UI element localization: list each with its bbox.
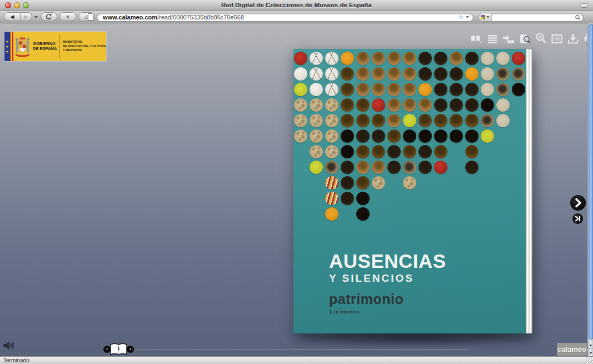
publication-cover[interactable]: AUSENCIAS Y SILENCIOS patrimonio en feme… [293, 49, 532, 333]
page-indicator[interactable]: 1 [109, 342, 128, 356]
history-dropdown-icon[interactable] [34, 16, 38, 18]
viewer-toolbar [470, 33, 587, 44]
cover-dot [465, 145, 479, 158]
cover-dot [310, 145, 323, 158]
scroll-up-button[interactable]: ▲ [588, 341, 593, 348]
cover-dot [387, 98, 401, 112]
zoom-in-icon[interactable] [535, 33, 547, 44]
search-engine-chip[interactable] [479, 13, 492, 21]
toolbar-toggle-button[interactable] [580, 3, 589, 8]
cover-dot [372, 176, 385, 190]
google-search-input[interactable] [492, 14, 575, 21]
cover-dot [325, 207, 338, 221]
cover-dot [372, 114, 385, 127]
cover-dot [356, 145, 370, 158]
cover-dot [356, 98, 370, 112]
cover-subtitle: Y SILENCIOS [329, 271, 446, 286]
cover-dot [512, 83, 525, 96]
cover-dot [465, 67, 479, 81]
cover-dot [387, 52, 401, 65]
fullscreen-icon[interactable] [551, 33, 563, 44]
bookmark-control[interactable]: ☆ [458, 14, 470, 20]
page-proxy-icon[interactable] [88, 13, 94, 21]
back-button[interactable]: ◀ [4, 12, 21, 21]
download-icon[interactable] [567, 33, 579, 44]
google-search-field[interactable] [479, 13, 584, 22]
cover-dot [418, 145, 432, 158]
vertical-scrollbar[interactable]: ▲ ▼ [587, 23, 593, 356]
cover-dot [434, 98, 447, 112]
search-engine-dropdown-icon[interactable] [486, 16, 490, 18]
cover-dot [450, 129, 463, 143]
cover-dot [403, 67, 416, 81]
search-magnifier-icon [575, 14, 580, 21]
share-icon[interactable] [502, 33, 515, 44]
cover-dot [512, 52, 525, 65]
resize-grip[interactable] [586, 357, 593, 364]
bookmark-dropdown-icon[interactable] [466, 16, 469, 18]
cover-brand: patrimonio [329, 292, 446, 306]
cover-dot [310, 161, 323, 174]
cover-dot [341, 98, 354, 112]
cover-dot [325, 145, 338, 158]
url-host: www.calameo.com [103, 14, 157, 21]
cover-dot [403, 98, 416, 112]
view-mode-icon[interactable] [470, 33, 482, 44]
cover-dot [481, 129, 494, 143]
cover-dot [294, 98, 307, 112]
stop-button[interactable]: × [59, 12, 76, 21]
volume-button[interactable] [2, 339, 16, 355]
cover-dot [496, 83, 510, 96]
cover-dot [341, 192, 354, 205]
cover-dot [310, 129, 323, 143]
browser-toolbar: ◀ ▶ × ⌂ www.calameo.com/read/000075335b8… [0, 11, 593, 23]
cover-title-block: AUSENCIAS Y SILENCIOS patrimonio en feme… [329, 251, 446, 316]
table-of-contents-icon[interactable] [486, 33, 499, 44]
gobierno-espana-logo[interactable]: ★★★ GOBIERNO DE E [4, 32, 106, 61]
scroll-down-button[interactable]: ▼ [588, 348, 593, 356]
cover-dot [434, 52, 447, 65]
next-page-mini-button[interactable]: › [127, 346, 134, 353]
forward-button[interactable]: ▶ [21, 12, 32, 21]
cover-dot [512, 67, 525, 81]
cover-dot [403, 52, 416, 65]
cover-dot [418, 98, 432, 112]
cover-dot [434, 114, 447, 127]
ministerio-text: MINISTERIO DE EDUCACIÓN, CULTURA Y DEPOR… [60, 32, 106, 61]
cover-dot [310, 114, 323, 127]
reload-button[interactable] [41, 12, 57, 21]
last-page-button[interactable] [572, 213, 583, 224]
cover-dot [418, 114, 432, 127]
cover-title: AUSENCIAS [329, 251, 446, 271]
calameo-badge[interactable]: calaméo [557, 343, 587, 356]
search-icon[interactable] [519, 33, 531, 44]
cover-dot [356, 67, 370, 81]
cover-dot [418, 83, 432, 96]
coat-of-arms-icon [13, 32, 32, 61]
cover-dot [481, 114, 494, 127]
cover-dot [356, 114, 370, 127]
cover-dot [310, 98, 323, 112]
cover-dot [418, 67, 432, 81]
cover-dot [434, 145, 447, 158]
cover-dot [496, 52, 510, 65]
cover-dot [372, 83, 385, 96]
cover-dot [372, 98, 385, 112]
bookmark-star-icon[interactable]: ☆ [458, 14, 464, 20]
cover-dot [372, 52, 385, 65]
cover-dot [341, 52, 354, 65]
cover-dot [450, 52, 463, 65]
cover-dot [465, 52, 479, 65]
cover-dot [434, 67, 447, 81]
page-slider-track[interactable] [135, 349, 469, 350]
scrollbar-thumb[interactable] [589, 24, 593, 340]
google-icon [481, 15, 485, 19]
cover-dot [387, 145, 401, 158]
url-field[interactable]: www.calameo.com/read/000075335b8b86c70e5… [97, 13, 474, 22]
cover-dot [465, 114, 479, 127]
cover-dot [481, 67, 494, 81]
cover-dot [403, 145, 416, 158]
next-page-button[interactable] [570, 195, 586, 211]
cover-dot [325, 83, 338, 96]
print-icon[interactable] [583, 33, 587, 44]
